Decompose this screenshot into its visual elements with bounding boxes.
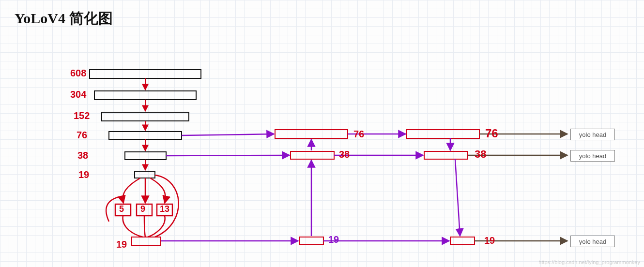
bb-label-19: 19	[78, 169, 89, 180]
c2-top-label: 76	[485, 127, 498, 140]
svg-line-5	[182, 134, 274, 135]
yolo-head-3: yolo head	[570, 236, 615, 247]
spp-out-label: 19	[116, 239, 127, 250]
svg-line-6	[166, 155, 290, 156]
bb-label-76: 76	[77, 130, 87, 141]
c2-bot-label: 19	[484, 235, 495, 246]
spp-k13: 13	[160, 204, 169, 214]
yolo-head-2: yolo head	[570, 150, 615, 162]
bb-19	[135, 171, 155, 178]
c2-76	[407, 130, 479, 138]
spp-out	[132, 237, 161, 246]
yolo-head-1: yolo head	[570, 129, 615, 140]
c2-mid-label: 38	[475, 148, 486, 161]
bb-38	[125, 152, 166, 160]
bb-label-152: 152	[74, 110, 90, 121]
diagram-canvas	[0, 0, 644, 267]
bb-label-38: 38	[77, 150, 88, 161]
c1-top-label: 76	[353, 129, 364, 140]
spp-k9: 9	[140, 204, 145, 214]
bb-304	[94, 91, 196, 100]
c1-19	[299, 237, 323, 245]
c1-76	[275, 130, 348, 138]
svg-line-14	[455, 159, 460, 236]
bb-608	[90, 70, 201, 78]
bb-label-608: 608	[70, 68, 86, 79]
c2-19	[450, 237, 475, 245]
c1-38	[291, 151, 334, 159]
c2-38	[424, 151, 468, 159]
spp-k5: 5	[119, 204, 124, 214]
bb-label-304: 304	[70, 89, 86, 100]
watermark: https://blog.csdn.net/lying_programmonke…	[538, 259, 640, 265]
c1-mid-label: 38	[339, 149, 350, 160]
bb-152	[102, 112, 189, 121]
bb-76	[109, 132, 182, 139]
c1-bot-label: 19	[328, 234, 339, 245]
